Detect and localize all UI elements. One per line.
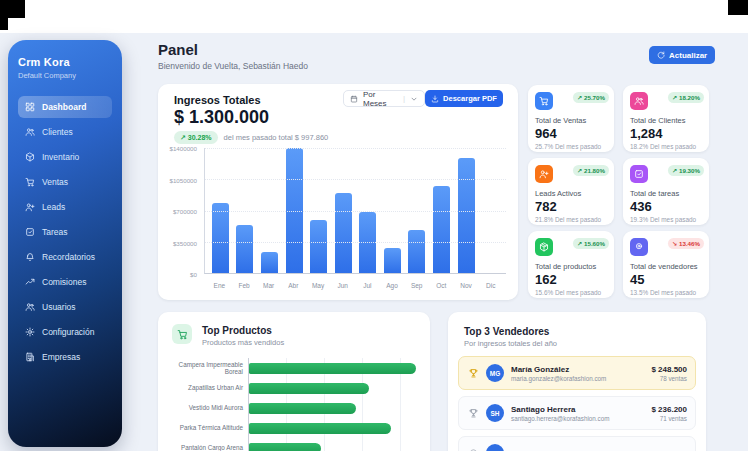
product-label: Campera Impermeable Boreal (168, 361, 248, 375)
top-products-bar-chart: Campera Impermeable BorealZapatillas Urb… (168, 358, 416, 451)
revenue-note: del mes pasado total $ 997.860 (224, 133, 329, 142)
screen-corner-artifact (0, 0, 8, 30)
seller-name: María González (511, 365, 606, 374)
sidebar-item-tareas[interactable]: Tareas (18, 221, 112, 243)
trophy-icon (467, 408, 479, 419)
sidebar-item-label: Recordatorios (42, 252, 95, 262)
seller-figures: $ 248.50078 ventas (651, 365, 687, 382)
stat-trend-badge: ↗ 18.20% (668, 92, 704, 103)
stat-subtext: 19.3% Del mes pasado (630, 216, 702, 223)
sidebar-item-leads[interactable]: Leads (18, 196, 112, 218)
stat-subtext: 13.5% Del mes pasado (630, 289, 702, 296)
sidebar-item-configuraci-n[interactable]: Configuración (18, 321, 112, 343)
seller-info: María Gonzálezmaria.gonzalez@korafashion… (511, 365, 606, 382)
product-bar (249, 423, 391, 434)
revenue-card: Ingresos Totales $ 1.300.000 ↗ 30.28% de… (158, 84, 518, 300)
app-logo: Crm Kora (18, 56, 112, 68)
product-row: Vestido Midi Aurora (168, 398, 416, 418)
stat-subtext: 15.6% Del mes pasado (535, 289, 607, 296)
stat-trend-badge: ↘ 13.46% (668, 238, 704, 249)
top-sellers-subtitle: Por ingresos totales del año (464, 339, 557, 348)
product-bar (249, 363, 416, 374)
screen-corner-artifact (728, 0, 748, 15)
top-sellers-card: Top 3 Vendedores Por ingresos totales de… (448, 312, 706, 451)
sidebar-menu: DashboardClientesInventarioVentasLeadsTa… (18, 96, 112, 368)
product-label: Pantalón Cargo Arena (168, 444, 248, 451)
page-title: Panel (158, 41, 308, 58)
seller-amount: $ 236.200 (651, 405, 687, 414)
stat-card-total-de-vendedores: ↘ 13.46%Total de vendedores4513.5% Del m… (623, 231, 709, 298)
sidebar-item-dashboard[interactable]: Dashboard (18, 96, 112, 118)
page-header: Panel Bienvenido de Vuelta, Sebastián Ha… (158, 41, 308, 71)
product-bar-track (248, 438, 416, 451)
sidebar-item-usuarios[interactable]: Usuarios (18, 296, 112, 318)
seller-row-3: JRJulieta Ramírez$ 221.450 (458, 436, 696, 451)
sidebar-item-label: Configuración (42, 327, 94, 337)
sidebar-item-empresas[interactable]: Empresas (18, 346, 112, 368)
stat-subtext: 25.7% Del mes pasado (535, 143, 607, 150)
stat-card-total-de-clientes: ↗ 18.20%Total de Clientes1,28418.2% Del … (623, 85, 709, 152)
gridline (205, 211, 506, 212)
dashboard-screen: Crm Kora Default Company DashboardClient… (0, 0, 748, 451)
company-name: Default Company (18, 71, 112, 80)
refresh-button-label: Actualizar (669, 51, 707, 60)
seller-row-2: SHSantiago Herrerasantiago.herrera@koraf… (458, 396, 696, 430)
bar-jun (335, 193, 352, 273)
revenue-title: Ingresos Totales (174, 94, 261, 106)
refresh-button[interactable]: Actualizar (649, 46, 715, 64)
x-axis-tick: Abr (281, 282, 306, 289)
x-axis-tick: Jul (355, 282, 380, 289)
stat-trend-badge: ↗ 15.60% (573, 238, 609, 249)
stat-card-total-de-ventas: ↗ 25.70%Total de Ventas96425.7% Del mes … (528, 85, 614, 152)
bar-feb (236, 225, 253, 273)
x-axis-tick: May (306, 282, 331, 289)
seller-sales-count: 71 ventas (651, 415, 687, 422)
period-select[interactable]: Por Meses | (343, 90, 425, 107)
top-sellers-title: Top 3 Vendedores (464, 326, 549, 337)
stat-label: Total de vendedores (630, 262, 702, 271)
check-square-icon (25, 227, 35, 237)
sidebar-item-label: Ventas (42, 177, 68, 187)
cube-icon (25, 152, 35, 162)
sidebar-item-recordatorios[interactable]: Recordatorios (18, 246, 112, 268)
gridline (205, 179, 506, 180)
download-icon (431, 95, 439, 103)
sidebar-item-label: Dashboard (42, 102, 86, 112)
product-bar-track (248, 378, 416, 398)
product-row: Campera Impermeable Boreal (168, 358, 416, 378)
users-icon (25, 127, 35, 137)
x-axis-tick: Feb (232, 282, 257, 289)
stat-label: Total de productos (535, 262, 607, 271)
stat-subtext: 18.2% Del mes pasado (630, 143, 702, 150)
product-bar (249, 403, 356, 414)
x-axis-tick: Nov (454, 282, 479, 289)
avatar: SH (486, 404, 504, 422)
chart-plot-area (204, 148, 506, 274)
seller-sales-count: 78 ventas (651, 375, 687, 382)
bar-ago (384, 248, 401, 273)
seller-row-1: MGMaría Gonzálezmaria.gonzalez@korafashi… (458, 356, 696, 390)
sidebar-item-clientes[interactable]: Clientes (18, 121, 112, 143)
trending-up-icon (25, 277, 35, 287)
product-row: Pantalón Cargo Arena (168, 438, 416, 451)
sidebar-item-comisiones[interactable]: Comisiones (18, 271, 112, 293)
sidebar-item-ventas[interactable]: Ventas (18, 171, 112, 193)
stat-trend-badge: ↗ 21.80% (573, 165, 609, 176)
y-axis-tick: $0 (190, 271, 197, 278)
product-label: Zapatillas Urban Air (168, 384, 248, 391)
medal-icon (630, 238, 648, 256)
top-products-card: Top Productos Productos más vendidos Cam… (158, 312, 430, 451)
medal-icon (467, 448, 479, 451)
chart-y-axis: $1400000$1050000$700000$350000$0 (166, 148, 200, 274)
stat-label: Leads Activos (535, 189, 607, 198)
x-axis-tick: Dic (478, 282, 503, 289)
sidebar-item-inventario[interactable]: Inventario (18, 146, 112, 168)
sidebar: Crm Kora Default Company DashboardClient… (8, 40, 122, 447)
cart-icon (25, 177, 35, 187)
user-plus-icon (25, 202, 35, 212)
revenue-amount: $ 1.300.000 (174, 107, 269, 128)
top-sellers-list: MGMaría Gonzálezmaria.gonzalez@korafashi… (458, 356, 696, 451)
seller-name: Santiago Herrera (511, 405, 609, 414)
download-pdf-button[interactable]: Descargar PDF (425, 90, 503, 107)
seller-email: santiago.herrera@korafashion.com (511, 415, 609, 422)
